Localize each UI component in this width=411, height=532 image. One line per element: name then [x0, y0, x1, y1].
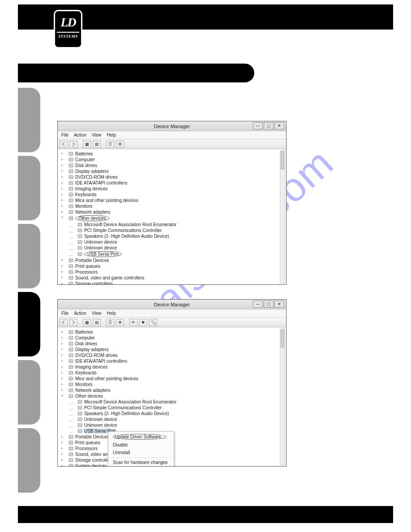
tree-node[interactable]: Keyboards [61, 192, 285, 197]
menu-help[interactable]: Help [107, 133, 116, 137]
maximize-button[interactable]: ▢ [264, 122, 274, 129]
toolbar-icon[interactable]: ⟳ [129, 319, 137, 326]
scroll-thumb[interactable] [281, 151, 284, 169]
tree-child-node[interactable]: ⋯PCI Simple Communications Controller [70, 227, 285, 233]
tree-child-node[interactable]: ⋯USB Serial Port [70, 251, 285, 257]
toolbar-icon[interactable]: ▤ [93, 319, 101, 326]
minimize-button[interactable]: — [253, 300, 263, 308]
close-button[interactable]: ✕ [274, 300, 284, 308]
tree-node[interactable]: Imaging devices [61, 364, 285, 370]
tree-node[interactable]: Network adapters [61, 209, 285, 215]
tree-node[interactable]: Other devices [61, 215, 285, 222]
tree-node[interactable]: Imaging devices [61, 186, 285, 192]
side-tab-4[interactable] [18, 292, 40, 356]
svg-rect-34 [69, 383, 73, 386]
tree-node[interactable]: Disk drives [61, 163, 285, 168]
scroll-thumb[interactable] [281, 330, 284, 348]
tree-node[interactable]: Mice and other pointing devices [61, 376, 285, 382]
tree-child-node[interactable]: ⋯Microsoft Device Association Root Enume… [70, 399, 285, 405]
close-button[interactable]: ✕ [274, 122, 284, 129]
tree-node-label: Display adapters [75, 169, 108, 174]
menu-view[interactable]: View [92, 133, 102, 137]
tree-node[interactable]: Disk drives [61, 341, 285, 347]
toolbar-icon[interactable]: ⚙ [116, 141, 124, 148]
tree-child-node[interactable]: ⋯Speakers (2- High Definition Audio Devi… [70, 411, 285, 416]
svg-rect-3 [69, 170, 73, 173]
tree-node[interactable]: Sound, video and game controllers [61, 275, 285, 281]
tree-node-label: Imaging devices [75, 186, 107, 191]
tree-child-node[interactable]: ⋯USB Serial Port [70, 428, 285, 434]
tree-child-node[interactable]: ⋯Unknown device [70, 416, 285, 422]
titlebar[interactable]: Device Manager — ▢ ✕ [58, 121, 286, 131]
toolbar-icon[interactable]: ✖ [139, 319, 147, 326]
svg-rect-10 [69, 210, 73, 214]
minimize-button[interactable]: — [253, 122, 263, 129]
tree-node[interactable]: Portable Devices [61, 257, 285, 263]
back-button[interactable] [60, 141, 68, 148]
side-tab-6[interactable] [18, 428, 40, 493]
toolbar-icon[interactable]: 🔍 [149, 319, 157, 326]
back-button[interactable] [60, 319, 68, 326]
context-menu-item[interactable]: Uninstall [108, 449, 174, 456]
menu-help[interactable]: Help [107, 311, 116, 316]
side-tab-3[interactable] [18, 224, 40, 288]
toolbar-icon[interactable]: ☰ [106, 141, 114, 148]
tree-node[interactable]: Computer [61, 335, 285, 341]
tree-node[interactable]: DVD/CD-ROM drives [61, 174, 285, 180]
context-menu-item[interactable]: Disable [108, 441, 174, 449]
forward-button[interactable] [69, 319, 77, 326]
tree-child-node[interactable]: ⋯Unknown device [70, 245, 285, 251]
forward-button[interactable] [69, 141, 77, 148]
menu-file[interactable]: File [61, 311, 68, 316]
tree-node[interactable]: Monitors [61, 382, 285, 387]
toolbar-icon[interactable]: ▦ [83, 141, 91, 148]
side-tab-2[interactable] [18, 156, 40, 220]
tree-child-node[interactable]: ⋯Microsoft Device Association Root Enume… [70, 222, 285, 227]
tree-node[interactable]: Processors [61, 269, 285, 275]
tree-node[interactable]: Storage controllers [61, 281, 285, 284]
tree-node[interactable]: Monitors [61, 203, 285, 209]
tree-node-label: Mice and other pointing devices [75, 376, 138, 381]
side-tab-1[interactable] [18, 88, 40, 152]
tree-node[interactable]: IDE ATA/ATAPI controllers [61, 358, 285, 364]
vertical-scrollbar[interactable] [280, 328, 285, 465]
menu-view[interactable]: View [92, 311, 102, 316]
tree-child-node[interactable]: ⋯Unknown device [70, 239, 285, 245]
tree-node[interactable]: Network adapters [61, 387, 285, 393]
tree-node-label: Batteries [75, 151, 93, 156]
tree-node[interactable]: Mice and other pointing devices [61, 197, 285, 203]
toolbar-icon[interactable]: ▤ [93, 141, 101, 148]
titlebar[interactable]: Device Manager — ▢ ✕ [58, 300, 286, 309]
vertical-scrollbar[interactable] [280, 150, 285, 283]
tree-child-node[interactable]: ⋯Speakers (2- High Definition Audio Devi… [70, 233, 285, 239]
tree-child-node[interactable]: ⋯Unknown device [70, 422, 285, 428]
context-menu-item[interactable]: Update Driver Software... [108, 433, 174, 441]
tree-node[interactable]: Print queues [61, 263, 285, 269]
toolbar-icon[interactable]: ⚙ [116, 319, 124, 326]
device-tree[interactable]: BatteriesComputerDisk drivesDisplay adap… [61, 151, 285, 284]
tree-node-label: Unknown device [84, 417, 117, 422]
side-tabs [18, 88, 40, 496]
tree-node[interactable]: Computer [61, 157, 285, 163]
menu-action[interactable]: Action [74, 311, 86, 316]
svg-rect-26 [69, 336, 73, 339]
tree-node[interactable]: DVD/CD-ROM drives [61, 352, 285, 358]
side-tab-5[interactable] [18, 360, 40, 425]
svg-rect-12 [78, 223, 82, 226]
tree-node[interactable]: Display adapters [61, 347, 285, 352]
maximize-button[interactable]: ▢ [264, 300, 274, 308]
context-menu-item[interactable]: Scan for hardware changes [108, 459, 174, 466]
tree-node[interactable]: IDE ATA/ATAPI controllers [61, 180, 285, 186]
context-menu[interactable]: Update Driver Software...DisableUninstal… [108, 431, 174, 466]
tree-child-node[interactable]: ⋯PCI Simple Communications Controller [70, 405, 285, 411]
tree-node[interactable]: Other devices [61, 393, 285, 399]
menu-file[interactable]: File [61, 133, 68, 137]
tree-node[interactable]: Batteries [61, 151, 285, 157]
toolbar-icon[interactable]: ▦ [83, 319, 91, 326]
toolbar-icon[interactable]: ☰ [106, 319, 114, 326]
menu-action[interactable]: Action [74, 133, 86, 137]
menubar: File Action View Help [58, 131, 286, 139]
tree-node[interactable]: Keyboards [61, 370, 285, 376]
tree-node[interactable]: Display adapters [61, 168, 285, 174]
tree-node[interactable]: Batteries [61, 329, 285, 335]
